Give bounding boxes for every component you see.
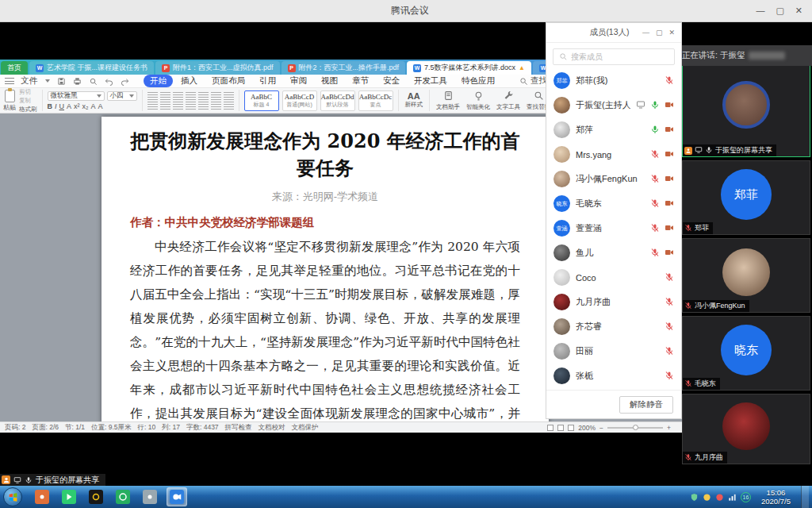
member-row-2[interactable]: 郑萍 <box>546 117 681 142</box>
member-row-3[interactable]: Mrs.yang <box>546 142 681 167</box>
document-page[interactable]: 把贯彻新发展理念作为 2020 年经济工作的首要任务 来源：光明网-学术频道 作… <box>102 117 549 421</box>
member-row-6[interactable]: 萱涵萱萱涵 <box>546 216 681 241</box>
align-format-icon-2[interactable] <box>173 102 183 110</box>
font-button-7[interactable]: A <box>98 102 103 110</box>
list-format-icon-4[interactable] <box>198 92 209 100</box>
panel-maximize-icon[interactable]: ▢ <box>656 29 663 37</box>
preview-icon[interactable] <box>88 76 98 86</box>
camera-icon[interactable] <box>665 98 674 113</box>
status-item-9[interactable]: 文档保护 <box>292 423 319 433</box>
mic-muted-icon[interactable] <box>665 369 674 383</box>
ribbon-tab-插入[interactable]: 插入 <box>174 75 204 87</box>
align-format-icon-5[interactable] <box>211 102 221 110</box>
list-format-icon-3[interactable] <box>186 92 196 100</box>
mic-muted-icon[interactable] <box>650 221 660 236</box>
zoom-level[interactable]: 200% <box>578 424 596 432</box>
style-card-2[interactable]: AaBbCcDd默认段落 <box>320 90 355 111</box>
font-name-select[interactable]: 微软雅黑 <box>48 91 105 101</box>
status-item-7[interactable]: 拼写检查 <box>225 423 252 433</box>
camera-icon[interactable] <box>665 123 674 137</box>
member-row-10[interactable]: 齐芯睿 <box>546 314 681 339</box>
member-row-12[interactable]: 张栀 <box>546 364 681 388</box>
member-row-7[interactable]: 鱼儿 <box>546 241 681 265</box>
tool-文档助手[interactable]: 文档助手 <box>435 90 462 111</box>
mic-muted-icon[interactable] <box>650 148 660 162</box>
tray-shield-icon[interactable] <box>690 493 699 502</box>
style-card-1[interactable]: AaBbCcD普通(网站) <box>282 90 317 111</box>
member-row-4[interactable]: 冯小佩FengKun <box>546 167 681 191</box>
font-size-select[interactable]: 小四 <box>107 91 137 101</box>
tool-智能美化[interactable]: 智能美化 <box>465 90 492 111</box>
maximize-icon[interactable]: ▢ <box>776 6 783 16</box>
font-button-5[interactable]: x₂ <box>82 102 89 110</box>
list-format-icon-6[interactable] <box>224 92 234 100</box>
align-format-icon-4[interactable] <box>198 102 209 110</box>
cut-button[interactable]: 剪切 <box>19 88 37 96</box>
video-tile-2[interactable]: 冯小佩FengKun <box>682 238 810 313</box>
list-format-icon-1[interactable] <box>160 92 170 100</box>
status-item-8[interactable]: 文档校对 <box>259 423 285 433</box>
align-format-icon-1[interactable] <box>160 102 170 110</box>
member-row-0[interactable]: 郑菲郑菲(我) <box>546 68 681 93</box>
member-row-9[interactable]: 九月序曲 <box>546 290 681 314</box>
mic-on-icon[interactable] <box>650 123 660 137</box>
tool-文字工具[interactable]: 文字工具 <box>495 90 522 111</box>
menu-icon[interactable] <box>5 78 14 84</box>
mic-muted-icon[interactable] <box>650 246 660 260</box>
member-row-8[interactable]: Coco <box>546 265 681 290</box>
redo-icon[interactable] <box>120 76 129 86</box>
mic-muted-icon[interactable] <box>665 271 674 285</box>
panel-minimize-icon[interactable]: — <box>642 29 649 37</box>
align-format-icon-0[interactable] <box>147 102 158 110</box>
ribbon-tab-开发工具[interactable]: 开发工具 <box>408 75 454 87</box>
minimize-icon[interactable]: — <box>756 6 764 16</box>
new-style-button[interactable]: AA 新样式 <box>404 92 425 109</box>
zoom-out-button[interactable]: − <box>599 424 603 432</box>
ribbon-tab-开始[interactable]: 开始 <box>144 75 173 87</box>
camera-icon[interactable] <box>665 246 674 260</box>
member-row-5[interactable]: 晓东毛晓东 <box>546 191 681 216</box>
start-button[interactable] <box>3 487 22 506</box>
taskbar-app-potplayer[interactable] <box>86 487 106 506</box>
list-format-icon-2[interactable] <box>173 92 183 100</box>
document-tab-1[interactable]: W艺术学院 于振...课程建设任务书 <box>29 61 154 75</box>
ribbon-tab-视图[interactable]: 视图 <box>315 75 344 87</box>
tray-alert-icon[interactable] <box>715 493 724 502</box>
document-tab-3[interactable]: P附件2：西安工业...操作手册.pdf <box>282 61 406 75</box>
view-mode-icon[interactable] <box>547 425 553 431</box>
font-button-4[interactable]: x² <box>74 102 80 110</box>
ribbon-tab-特色应用[interactable]: 特色应用 <box>455 75 501 87</box>
find-button[interactable]: 查找 <box>519 75 547 87</box>
video-tile-4[interactable]: 九月序曲 <box>682 394 810 464</box>
zoom-slider[interactable] <box>607 427 663 429</box>
ribbon-tab-页面布局[interactable]: 页面布局 <box>205 75 251 87</box>
font-button-3[interactable]: A <box>67 102 71 110</box>
camera-icon[interactable] <box>665 148 674 162</box>
ribbon-tab-安全[interactable]: 安全 <box>377 75 406 87</box>
show-desktop-button[interactable] <box>801 486 809 508</box>
taskbar-app-player-green[interactable] <box>59 487 79 506</box>
ribbon-tab-章节[interactable]: 章节 <box>346 75 375 87</box>
document-tab-4[interactable]: W7.5数字媒体艺术系列讲.docx▲ <box>407 61 531 75</box>
align-format-icon-3[interactable] <box>186 102 196 110</box>
mic-muted-icon[interactable] <box>665 74 674 88</box>
member-row-1[interactable]: 于振玺(主持人) <box>546 93 681 117</box>
taskbar-app-tencent-meeting[interactable] <box>167 487 187 506</box>
video-tile-0[interactable]: 于振玺的屏幕共享 <box>682 60 810 157</box>
mic-muted-icon[interactable] <box>650 197 660 211</box>
network-icon[interactable] <box>728 493 737 502</box>
video-tile-3[interactable]: 晓东毛晓东 <box>682 316 810 391</box>
ribbon-tab-引用[interactable]: 引用 <box>253 75 282 87</box>
mic-on-icon[interactable] <box>650 98 660 113</box>
camera-icon[interactable] <box>665 172 674 187</box>
tray-update-icon[interactable] <box>703 493 711 502</box>
member-search-box[interactable] <box>553 48 675 65</box>
paste-button[interactable]: 粘贴 <box>3 90 16 112</box>
file-menu[interactable]: 文件 <box>21 75 37 87</box>
font-button-0[interactable]: B <box>48 102 53 110</box>
camera-icon[interactable] <box>665 197 674 211</box>
font-button-2[interactable]: U <box>59 102 65 110</box>
close-icon[interactable]: ✕ <box>795 6 802 16</box>
taskbar-app-camera[interactable] <box>140 487 160 506</box>
tray-input-indicator[interactable]: 16 <box>741 492 751 502</box>
